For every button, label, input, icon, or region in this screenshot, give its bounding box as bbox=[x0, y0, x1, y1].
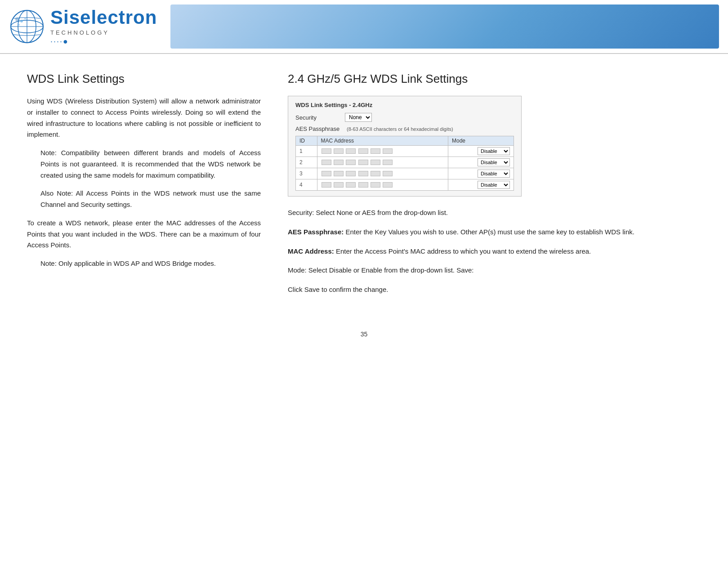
table-row: 3 Disable Enable bbox=[296, 168, 514, 179]
security-label: Security bbox=[295, 114, 345, 121]
right-section-title: 2.4 GHz/5 GHz WDS Link Settings bbox=[288, 72, 701, 86]
svg-point-8 bbox=[15, 18, 19, 21]
passphrase-hint: (8-63 ASCII characters or 64 hexadecimal… bbox=[347, 126, 453, 132]
mac-segment bbox=[358, 148, 368, 154]
security-desc: Security: Select None or AES from the dr… bbox=[288, 207, 701, 219]
main-content: WDS Link Settings Using WDS (Wireless Di… bbox=[0, 54, 728, 322]
header-banner bbox=[170, 4, 719, 49]
col-id: ID bbox=[296, 136, 317, 146]
wds-panel-title: WDS Link Settings - 2.4GHz bbox=[295, 102, 514, 108]
logo-globe-icon bbox=[9, 9, 45, 45]
row1-mac bbox=[317, 146, 448, 157]
mac-segment bbox=[346, 148, 356, 154]
page-number: 35 bbox=[0, 331, 728, 347]
logo-name: Siselectron bbox=[50, 7, 157, 28]
right-column: 2.4 GHz/5 GHz WDS Link Settings WDS Link… bbox=[279, 72, 701, 304]
row4-mode-select[interactable]: Disable Enable bbox=[478, 181, 510, 189]
mac-desc-text: Enter the Access Point's MAC address to … bbox=[334, 247, 591, 255]
row1-mode: Disable Enable bbox=[448, 146, 514, 157]
mac-segment bbox=[322, 160, 331, 165]
logo-container: Siselectron TECHNOLOGY ····● bbox=[9, 7, 157, 46]
mac-segment bbox=[371, 182, 380, 188]
mac-segment bbox=[334, 160, 344, 165]
row2-mode: Disable Enable bbox=[448, 157, 514, 168]
security-row: Security None AES bbox=[295, 113, 514, 122]
logo-technology: TECHNOLOGY bbox=[50, 29, 157, 36]
mac-segment bbox=[346, 160, 356, 165]
row1-mode-select[interactable]: Disable Enable bbox=[478, 147, 510, 155]
passphrase-desc-label: AES Passphrase: bbox=[288, 228, 344, 236]
mac-segment bbox=[334, 182, 344, 188]
mac-segment bbox=[334, 148, 344, 154]
row3-mode-select[interactable]: Disable Enable bbox=[478, 170, 510, 178]
mac-segment bbox=[371, 171, 380, 176]
mac-segment bbox=[334, 171, 344, 176]
passphrase-label: AES Passphrase bbox=[295, 125, 345, 132]
note2-paragraph: Also Note: All Access Points in the WDS … bbox=[27, 188, 261, 210]
row2-mac bbox=[317, 157, 448, 168]
mac-segment bbox=[358, 171, 368, 176]
mac-desc-label: MAC Address: bbox=[288, 247, 334, 255]
row3-mode: Disable Enable bbox=[448, 168, 514, 179]
table-row: 1 Disable Enable bbox=[296, 146, 514, 157]
header: Siselectron TECHNOLOGY ····● bbox=[0, 0, 728, 54]
mac-segment bbox=[371, 148, 380, 154]
mac-segment bbox=[358, 160, 368, 165]
table-row: 4 Disable Enable bbox=[296, 179, 514, 191]
mac-segment bbox=[383, 182, 393, 188]
mac-segment bbox=[346, 182, 356, 188]
mac-segment bbox=[383, 171, 393, 176]
logo-dots: ····● bbox=[50, 37, 157, 46]
mac-segment bbox=[383, 160, 393, 165]
create-paragraph: To create a WDS network, please enter th… bbox=[27, 218, 261, 251]
mac-segment bbox=[346, 171, 356, 176]
col-mode: Mode bbox=[448, 136, 514, 146]
left-column: WDS Link Settings Using WDS (Wireless Di… bbox=[27, 72, 279, 304]
col-mac: MAC Address bbox=[317, 136, 448, 146]
passphrase-row: AES Passphrase (8-63 ASCII characters or… bbox=[295, 125, 514, 132]
svg-point-7 bbox=[18, 24, 20, 26]
mac-address-table: ID MAC Address Mode 1 bbox=[295, 136, 514, 191]
logo-text-block: Siselectron TECHNOLOGY ····● bbox=[50, 7, 157, 46]
row2-id: 2 bbox=[296, 157, 317, 168]
note3-paragraph: Note: Only applicable in WDS AP and WDS … bbox=[27, 258, 261, 269]
intro-paragraph: Using WDS (Wireless Distribution System)… bbox=[27, 96, 261, 140]
mac-segment bbox=[322, 171, 331, 176]
svg-point-6 bbox=[24, 18, 26, 19]
mac-segment bbox=[371, 160, 380, 165]
mac-segment bbox=[358, 182, 368, 188]
wds-settings-panel: WDS Link Settings - 2.4GHz Security None… bbox=[288, 96, 522, 197]
row4-mode: Disable Enable bbox=[448, 179, 514, 191]
mac-segment bbox=[383, 148, 393, 154]
mac-address-desc: MAC Address: Enter the Access Point's MA… bbox=[288, 246, 701, 257]
mode-desc: Mode: Select Disable or Enable from the … bbox=[288, 265, 701, 276]
mac-segment bbox=[322, 182, 331, 188]
row3-id: 3 bbox=[296, 168, 317, 179]
row4-id: 4 bbox=[296, 179, 317, 191]
security-select[interactable]: None AES bbox=[345, 113, 372, 122]
note1-paragraph: Note: Compatibility between different br… bbox=[27, 148, 261, 181]
table-row: 2 Disable Enable bbox=[296, 157, 514, 168]
row2-mode-select[interactable]: Disable Enable bbox=[478, 158, 510, 166]
save-desc: Click Save to confirm the change. bbox=[288, 284, 701, 295]
row3-mac bbox=[317, 168, 448, 179]
left-section-title: WDS Link Settings bbox=[27, 72, 261, 86]
mac-segment bbox=[322, 148, 331, 154]
svg-point-5 bbox=[20, 20, 23, 22]
passphrase-desc-text: Enter the Key Values you wish to use. Ot… bbox=[344, 228, 634, 236]
passphrase-desc: AES Passphrase: Enter the Key Values you… bbox=[288, 227, 701, 238]
row1-id: 1 bbox=[296, 146, 317, 157]
row4-mac bbox=[317, 179, 448, 191]
